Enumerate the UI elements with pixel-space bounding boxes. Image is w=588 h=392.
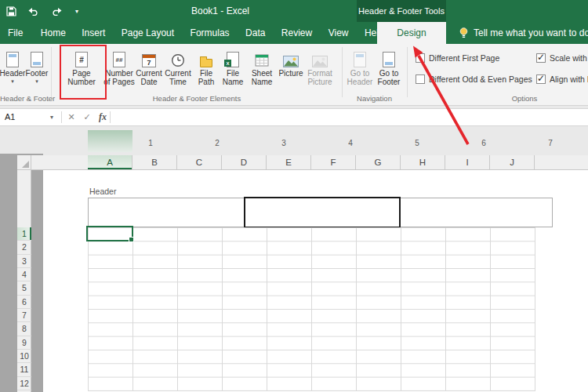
column-header-h[interactable]: H xyxy=(401,155,445,169)
contextual-tools-label: Header & Footer Tools xyxy=(357,0,446,22)
ruler-mark: 2 xyxy=(213,139,221,147)
checkbox-icon[interactable] xyxy=(416,53,425,63)
titlebar: ▾ Book1 - Excel Header & Footer Tools xyxy=(0,0,588,22)
enter-button[interactable]: ✓ xyxy=(80,109,94,125)
tab-file[interactable]: File xyxy=(0,22,31,44)
column-header-f[interactable]: F xyxy=(311,155,356,169)
ruler-mark: 1 xyxy=(147,139,154,147)
tab-view[interactable]: View xyxy=(322,22,355,44)
dropdown-caret-icon: ▾ xyxy=(11,78,14,85)
row-header-9[interactable]: 9 xyxy=(17,336,31,350)
ruler-mark: 7 xyxy=(546,139,554,147)
qat-customize-caret-icon[interactable]: ▾ xyxy=(73,5,81,17)
column-header-i[interactable]: I xyxy=(445,155,490,169)
checkbox-different-first-page[interactable]: Different First Page xyxy=(416,53,499,63)
save-icon[interactable] xyxy=(5,5,17,17)
sheet-name-icon xyxy=(255,47,269,67)
row-header-5[interactable]: 5 xyxy=(17,281,31,295)
header-button[interactable]: Header ▾ xyxy=(1,45,24,97)
select-all-corner[interactable] xyxy=(17,155,31,169)
file-path-button[interactable]: File Path xyxy=(194,45,219,97)
format-picture-button: Format Picture xyxy=(304,45,336,97)
header-area-label: Header xyxy=(89,187,116,196)
group-label-options: Options xyxy=(407,94,588,103)
checkbox-scale-with-document[interactable]: Scale with Document xyxy=(536,53,588,63)
header-center-section-selected[interactable] xyxy=(244,197,401,228)
column-header-d[interactable]: D xyxy=(222,155,267,169)
current-date-button[interactable]: 7 Current Date xyxy=(135,45,163,97)
ribbon-tab-row: File Home Insert Page Layout Formulas Da… xyxy=(0,22,588,44)
picture-button[interactable]: Picture xyxy=(278,45,303,97)
checkbox-align-with-margins[interactable]: Align with Page Margins xyxy=(536,74,588,84)
footer-icon xyxy=(31,47,43,67)
divider xyxy=(110,111,111,123)
row-headers: 1 2 3 4 5 6 7 8 9 10 11 12 xyxy=(17,227,31,390)
row-header-2[interactable]: 2 xyxy=(17,241,31,254)
group-separator xyxy=(51,47,52,97)
checkbox-icon[interactable] xyxy=(536,53,546,63)
checkbox-icon[interactable] xyxy=(536,74,546,84)
row-header-7[interactable]: 7 xyxy=(17,309,31,322)
column-header-j[interactable]: J xyxy=(490,155,535,169)
column-header-a[interactable]: A xyxy=(88,155,132,169)
cancel-button[interactable]: ✕ xyxy=(64,109,78,125)
current-date-icon: 7 xyxy=(142,47,156,67)
row-header-11[interactable]: 11 xyxy=(17,363,31,376)
tab-formulas[interactable]: Formulas xyxy=(184,22,236,44)
ruler-mark: 3 xyxy=(280,139,288,147)
tab-page-layout[interactable]: Page Layout xyxy=(115,22,180,44)
file-name-icon: X xyxy=(227,47,239,67)
window-title: Book1 - Excel xyxy=(191,0,249,22)
tab-review[interactable]: Review xyxy=(275,22,318,44)
tell-me-label: Tell me what you want to do xyxy=(474,27,588,38)
current-time-button[interactable]: Current Time xyxy=(164,45,192,97)
file-name-button[interactable]: X File Name xyxy=(220,45,245,97)
row-header-1[interactable]: 1 xyxy=(17,227,31,241)
column-header-e[interactable]: E xyxy=(267,155,311,169)
selected-cell-a1[interactable] xyxy=(86,226,133,241)
group-label-navigation: Navigation xyxy=(342,94,407,103)
divider xyxy=(61,111,62,123)
go-to-footer-icon xyxy=(383,47,395,67)
redo-icon[interactable] xyxy=(50,5,63,17)
ruler-selection-highlight xyxy=(88,130,132,152)
row-header-12[interactable]: 12 xyxy=(17,377,31,390)
dropdown-caret-icon: ▾ xyxy=(35,78,38,85)
quick-access-toolbar: ▾ xyxy=(5,0,81,22)
row-header-3[interactable]: 3 xyxy=(17,255,31,268)
ruler-mark: 4 xyxy=(347,139,354,147)
format-picture-icon xyxy=(312,47,328,67)
tab-insert[interactable]: Insert xyxy=(75,22,111,44)
group-separator xyxy=(407,47,408,97)
footer-button[interactable]: Footer ▾ xyxy=(25,45,49,97)
tab-design-active[interactable]: Design xyxy=(377,22,446,44)
fill-handle[interactable] xyxy=(129,237,134,242)
go-to-footer-button[interactable]: Go to Footer xyxy=(375,45,403,97)
worksheet-grid[interactable] xyxy=(88,227,535,391)
excel-window: ▾ Book1 - Excel Header & Footer Tools Fi… xyxy=(0,0,588,392)
column-header-g[interactable]: G xyxy=(356,155,401,169)
tab-home[interactable]: Home xyxy=(34,22,72,44)
name-box-caret-icon[interactable]: ▾ xyxy=(50,109,53,125)
tell-me-box[interactable]: Tell me what you want to do xyxy=(459,22,588,44)
column-header-b[interactable]: B xyxy=(132,155,177,169)
insert-function-button[interactable]: fx xyxy=(96,109,110,125)
column-header-c[interactable]: C xyxy=(177,155,222,169)
row-header-8[interactable]: 8 xyxy=(17,322,31,336)
row-header-6[interactable]: 6 xyxy=(17,296,31,309)
checkbox-different-odd-even[interactable]: Different Odd & Even Pages xyxy=(416,74,532,84)
current-time-icon xyxy=(171,47,185,67)
undo-icon[interactable] xyxy=(27,5,40,17)
file-path-icon xyxy=(200,47,212,67)
formula-input[interactable] xyxy=(111,109,588,125)
row-header-4[interactable]: 4 xyxy=(17,268,31,281)
row-header-10[interactable]: 10 xyxy=(17,350,31,363)
sheet-name-button[interactable]: Sheet Name xyxy=(247,45,277,97)
number-of-pages-icon: ## xyxy=(113,47,125,67)
formula-bar: A1 ▾ ✕ ✓ fx xyxy=(0,108,588,126)
checkbox-icon[interactable] xyxy=(416,74,425,84)
select-all-triangle-icon xyxy=(22,161,29,168)
tab-data[interactable]: Data xyxy=(239,22,271,44)
ruler-mark: 5 xyxy=(413,139,421,147)
header-icon xyxy=(6,47,19,67)
